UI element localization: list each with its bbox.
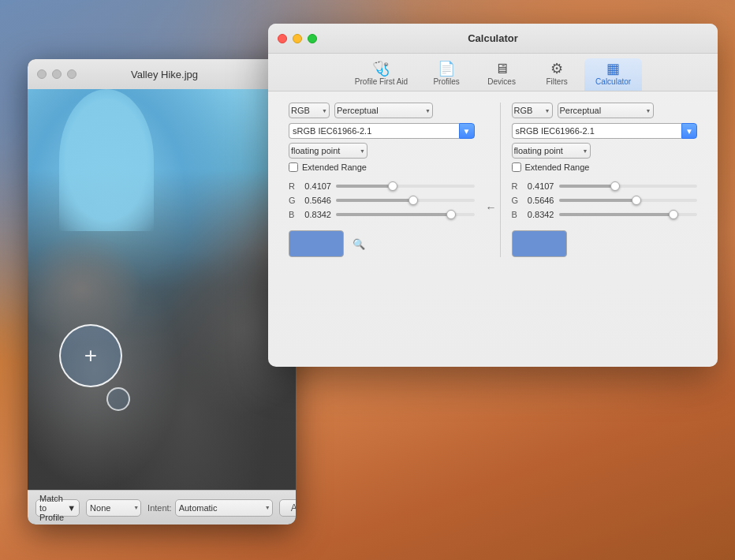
left-g-fill [336,199,413,202]
image-toolbar: Match to Profile ▼ None Intent: Automati… [28,490,296,525]
left-b-slider-row: B 0.8342 [289,210,475,219]
tab-profiles-label: Profiles [433,77,459,86]
image-window-title: Valley Hike.jpg [43,69,286,80]
calculator-icon: ▦ [606,62,620,76]
right-extended-range-checkbox[interactable] [512,162,521,172]
intent-select-wrapper: Automatic Perceptual Relative Colorimetr… [175,499,273,517]
left-color-space-row: RGB CMYK Lab Perceptual Relative Colorim… [289,103,475,118]
tab-devices-label: Devices [487,77,516,86]
calc-content: RGB CMYK Lab Perceptual Relative Colorim… [268,91,718,268]
tab-filters[interactable]: ⚙ Filters [529,58,584,91]
left-b-thumb[interactable] [446,210,456,219]
right-g-thumb[interactable] [632,196,641,205]
left-bitdepth-wrapper: floating point 8-bit 16-bit [289,143,368,159]
tab-profiles[interactable]: 📄 Profiles [419,58,474,91]
left-panel: RGB CMYK Lab Perceptual Relative Colorim… [281,103,483,257]
left-g-label: G [289,196,297,205]
calc-close-button[interactable] [278,34,287,43]
left-extended-range-checkbox[interactable] [289,162,298,172]
calc-window-title: Calculator [468,32,518,44]
right-profile-input[interactable]: sRGB IEC61966-2.1 [512,123,682,139]
apply-button[interactable]: Apply [279,499,296,517]
left-colorspace-select[interactable]: RGB CMYK Lab [289,103,330,118]
right-profile-dropdown-button[interactable]: ▼ [681,123,697,139]
left-b-slider-track [336,213,475,216]
left-profile-field: sRGB IEC61966-2.1 ▼ [289,123,475,139]
right-bitdepth-row: floating point 8-bit 16-bit [512,143,698,159]
right-panel: RGB CMYK Lab Perceptual Relative Colorim… [500,103,706,257]
profile-first-aid-icon: 🩺 [372,62,390,76]
tab-devices[interactable]: 🖥 Devices [474,58,529,91]
left-extended-range-row: Extended Range [289,162,475,172]
tab-profile-first-aid-label: Profile First Aid [355,77,408,86]
left-b-label: B [289,210,297,219]
right-r-fill [559,185,616,188]
right-r-slider-track [559,185,698,188]
match-to-profile-button[interactable]: Match to Profile ▼ [35,499,80,517]
right-b-slider-track [559,213,698,216]
intent-label: Intent: [147,503,172,513]
right-r-value: 0.4107 [524,181,554,191]
right-extended-range-row: Extended Range [512,162,698,172]
profile-select-wrapper: None [86,499,141,517]
right-r-thumb[interactable] [610,181,620,191]
plus-circle-overlay[interactable]: + [59,324,122,387]
right-b-value: 0.8342 [524,210,554,219]
right-b-slider-row: B 0.8342 [512,210,698,219]
left-rendering-intent-wrapper: Perceptual Relative Colorimetric Saturat… [334,103,433,118]
right-extended-range-label: Extended Range [525,162,590,172]
image-content: + [28,89,296,490]
right-bitdepth-wrapper: floating point 8-bit 16-bit [512,143,591,159]
right-b-fill [559,213,674,216]
left-r-label: R [289,181,297,191]
panel-divider: ← [483,158,500,257]
left-r-fill [336,185,393,188]
tab-profile-first-aid[interactable]: 🩺 Profile First Aid [344,58,419,91]
right-profile-input-wrapper: sRGB IEC61966-2.1 ▼ [512,123,698,139]
left-g-slider-track [336,199,475,202]
match-to-profile-arrow: ▼ [67,503,76,513]
left-r-slider-row: R 0.4107 [289,181,475,191]
right-color-swatch[interactable] [512,230,567,257]
left-swatch-row: 🔍 [289,230,475,257]
left-r-value: 0.4107 [301,181,331,191]
left-r-thumb[interactable] [388,181,397,191]
image-window: Valley Hike.jpg + Match to Profile ▼ Non… [28,59,296,525]
image-window-titlebar: Valley Hike.jpg [28,59,296,89]
intent-row: Intent: Automatic Perceptual Relative Co… [147,499,273,517]
profile-select[interactable]: None [86,499,141,517]
left-rendering-intent-select[interactable]: Perceptual Relative Colorimetric Saturat… [334,103,433,118]
right-rendering-intent-wrapper: Perceptual Relative Colorimetric [558,103,654,118]
small-circle-overlay [106,387,130,411]
left-profile-input[interactable]: sRGB IEC61966-2.1 [289,123,459,139]
left-g-value: 0.5646 [301,196,331,205]
intent-select[interactable]: Automatic Perceptual Relative Colorimetr… [175,499,273,517]
right-r-slider-row: R 0.4107 [512,181,698,191]
right-colorspace-select[interactable]: RGB CMYK Lab [512,103,553,118]
left-color-swatch[interactable] [289,230,344,257]
right-b-thumb[interactable] [669,210,678,219]
left-bitdepth-select[interactable]: floating point 8-bit 16-bit [289,143,368,159]
left-search-button[interactable]: 🔍 [350,235,368,252]
right-r-label: R [512,181,520,191]
tab-filters-label: Filters [546,77,567,86]
left-profile-dropdown-button[interactable]: ▼ [459,123,475,139]
tab-calculator[interactable]: ▦ Calculator [584,58,642,91]
right-swatch-row [512,230,698,257]
match-to-profile-label: Match to Profile [39,494,64,522]
left-r-slider-track [336,185,475,188]
right-profile-field: sRGB IEC61966-2.1 ▼ [512,123,698,139]
calc-minimize-button[interactable] [293,34,302,43]
right-g-label: G [512,196,520,205]
left-g-slider-row: G 0.5646 [289,196,475,205]
right-rendering-intent-select[interactable]: Perceptual Relative Colorimetric [558,103,654,118]
calc-maximize-button[interactable] [308,34,317,43]
calc-titlebar: Calculator [268,24,718,54]
right-g-slider-row: G 0.5646 [512,196,698,205]
left-g-thumb[interactable] [409,196,418,205]
filters-icon: ⚙ [550,62,563,76]
left-b-value: 0.8342 [301,210,331,219]
right-b-label: B [512,210,520,219]
right-color-space-row: RGB CMYK Lab Perceptual Relative Colorim… [512,103,698,118]
right-bitdepth-select[interactable]: floating point 8-bit 16-bit [512,143,591,159]
